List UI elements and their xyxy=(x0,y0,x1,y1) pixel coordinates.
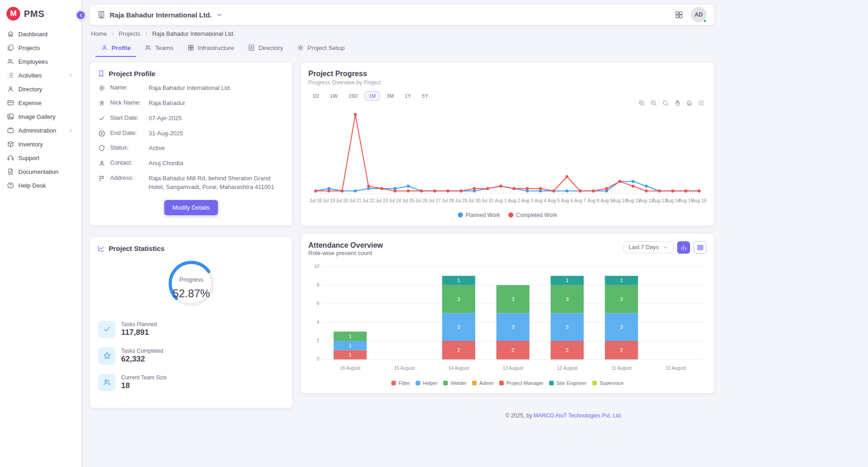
svg-text:1: 1 xyxy=(349,343,351,348)
sidebar-item-inventory[interactable]: Inventory xyxy=(0,137,81,151)
range-button-1w[interactable]: 1W xyxy=(326,91,342,100)
sidebar-item-dashboard[interactable]: Dashboard xyxy=(0,27,81,41)
sidebar-item-label: Directory xyxy=(18,86,42,93)
svg-text:Progress: Progress xyxy=(179,276,203,283)
range-button-1y[interactable]: 1Y xyxy=(401,91,415,100)
sidebar-nav: DashboardProjectsEmployeesActivitiesDire… xyxy=(0,27,81,192)
chart-toolbar-hand-button[interactable] xyxy=(674,100,681,106)
legend-fitter[interactable]: Fitter xyxy=(391,380,410,386)
stat-tasks-completed: Tasks Completed62,332 xyxy=(98,347,284,365)
chart-toolbar-menu-button[interactable] xyxy=(698,100,705,106)
chart-toolbar-zoom-in-button[interactable] xyxy=(638,100,645,106)
chevron-right-icon xyxy=(110,31,116,37)
legend-helper[interactable]: Helper xyxy=(416,380,438,386)
user-avatar[interactable]: AD xyxy=(691,7,707,22)
range-button-15d[interactable]: 15D xyxy=(345,91,362,100)
grid-icon xyxy=(187,44,195,51)
svg-text:3: 3 xyxy=(457,296,460,301)
range-button-5y[interactable]: 5Y xyxy=(418,91,432,100)
svg-text:Jul 20: Jul 20 xyxy=(336,198,348,203)
company-selector[interactable]: Raja Bahadur International Ltd. xyxy=(110,11,212,19)
chart-toolbar-home-button[interactable] xyxy=(686,100,693,106)
logo-row[interactable]: M PMS xyxy=(0,0,81,27)
file-icon xyxy=(7,44,14,51)
chart-toolbar xyxy=(638,100,705,106)
sidebar-item-support[interactable]: Support xyxy=(0,151,81,165)
svg-text:10: 10 xyxy=(314,264,320,269)
tab-label: Infrastructure xyxy=(198,44,234,51)
apps-grid-button[interactable] xyxy=(674,10,684,19)
profile-field-end-date: End Date:31-Aug-2025 xyxy=(98,129,284,138)
tab-bar: ProfileTeamsInfrastructureDirectoryProje… xyxy=(95,40,714,57)
date-range-select[interactable]: Last 7 Days xyxy=(623,241,673,253)
sidebar-collapse-button[interactable] xyxy=(76,10,86,20)
sidebar-item-administration[interactable]: Administration xyxy=(0,123,81,137)
field-label: Start Date: xyxy=(110,114,144,121)
chevron-right-icon xyxy=(68,72,74,78)
sidebar-item-directory[interactable]: Directory xyxy=(0,82,81,96)
shield-icon xyxy=(98,145,106,152)
sidebar-item-help-desk[interactable]: Help Desk xyxy=(0,178,81,192)
stat-value: 62,332 xyxy=(121,355,163,364)
legend-supervisor[interactable]: Supervisor xyxy=(592,380,624,386)
chart-toolbar-zoom-out-button[interactable] xyxy=(650,100,657,106)
chart-toolbar-search-button[interactable] xyxy=(662,100,669,106)
legend-admin[interactable]: Admin xyxy=(472,380,494,386)
menu-icon xyxy=(698,100,705,106)
chevron-down-icon[interactable] xyxy=(216,11,223,18)
modify-details-button[interactable]: Modify Details xyxy=(164,200,218,215)
tab-project-setup[interactable]: Project Setup xyxy=(291,40,350,57)
topbar: Raja Bahadur International Ltd. AD xyxy=(90,5,714,25)
sidebar-item-expense[interactable]: Expense xyxy=(0,96,81,110)
project-progress-chart-container: Jul 18Jul 19Jul 20Jul 21Jul 22Jul 23Jul … xyxy=(308,101,707,210)
project-progress-chart[interactable]: Jul 18Jul 19Jul 20Jul 21Jul 22Jul 23Jul … xyxy=(308,101,707,210)
svg-text:1: 1 xyxy=(566,278,568,283)
fingerprint-icon xyxy=(98,100,106,107)
range-button-1d[interactable]: 1D xyxy=(308,91,323,100)
svg-text:6: 6 xyxy=(317,301,319,306)
legend-planned-work[interactable]: Planned Work xyxy=(458,212,500,218)
field-value: Raja Bahadur xyxy=(149,99,284,108)
range-button-1m[interactable]: 1M xyxy=(365,91,380,100)
sidebar-item-projects[interactable]: Projects xyxy=(0,41,81,55)
legend-project-manager[interactable]: Project Manager xyxy=(499,380,544,386)
legend-site-engineer[interactable]: Site Engineer xyxy=(549,380,587,386)
legend-completed-work[interactable]: Completed Work xyxy=(508,212,557,218)
svg-text:Aug 11: Aug 11 xyxy=(626,198,640,203)
sidebar-item-employees[interactable]: Employees xyxy=(0,55,81,68)
breadcrumb-item[interactable]: Home xyxy=(91,30,107,37)
svg-text:Jul 29: Jul 29 xyxy=(455,198,467,203)
legend-welder[interactable]: Welder xyxy=(443,380,467,386)
svg-text:3: 3 xyxy=(620,324,623,329)
svg-text:14 August: 14 August xyxy=(448,365,469,370)
breadcrumb-item: Raja Bahadur International Ltd. xyxy=(152,30,235,37)
legend-label: Welder xyxy=(451,380,467,386)
chart-view-toggle-button[interactable] xyxy=(677,241,690,254)
svg-text:Aug 12: Aug 12 xyxy=(639,198,654,203)
sidebar-item-label: Image Gallery xyxy=(18,113,56,120)
svg-text:Jul 22: Jul 22 xyxy=(362,198,375,203)
svg-text:52.87%: 52.87% xyxy=(172,287,210,300)
sidebar-item-documentation[interactable]: Documentation xyxy=(0,165,81,178)
project-progress-card: Project Progress Progress Overview by Pr… xyxy=(301,62,714,226)
tab-directory[interactable]: Directory xyxy=(242,40,289,57)
chevron-down-icon xyxy=(662,245,668,250)
sidebar-item-activities[interactable]: Activities xyxy=(0,68,81,82)
progress-chart-legend: Planned WorkCompleted Work xyxy=(308,212,707,218)
attendance-chart[interactable]: 024681016 August11115 August14 August233… xyxy=(308,261,707,379)
tab-profile[interactable]: Profile xyxy=(95,40,136,57)
breadcrumb-item[interactable]: Projects xyxy=(119,30,140,37)
svg-text:Aug 10: Aug 10 xyxy=(612,198,627,203)
range-button-3m[interactable]: 3M xyxy=(383,91,398,100)
table-view-toggle-button[interactable] xyxy=(694,241,707,254)
stat-label: Tasks Completed xyxy=(121,348,163,354)
tab-teams[interactable]: Teams xyxy=(139,40,179,57)
card-icon xyxy=(7,99,14,106)
app-layout: M PMS DashboardProjectsEmployeesActiviti… xyxy=(0,0,868,467)
svg-text:Jul 28: Jul 28 xyxy=(442,198,454,203)
tab-infrastructure[interactable]: Infrastructure xyxy=(182,40,240,57)
sidebar-item-image-gallery[interactable]: Image Gallery xyxy=(0,110,81,123)
footer-company-link[interactable]: MARCO AIoT Technologies Pvt. Ltd. xyxy=(534,412,622,419)
home-icon xyxy=(7,30,14,38)
star-icon xyxy=(98,347,116,365)
